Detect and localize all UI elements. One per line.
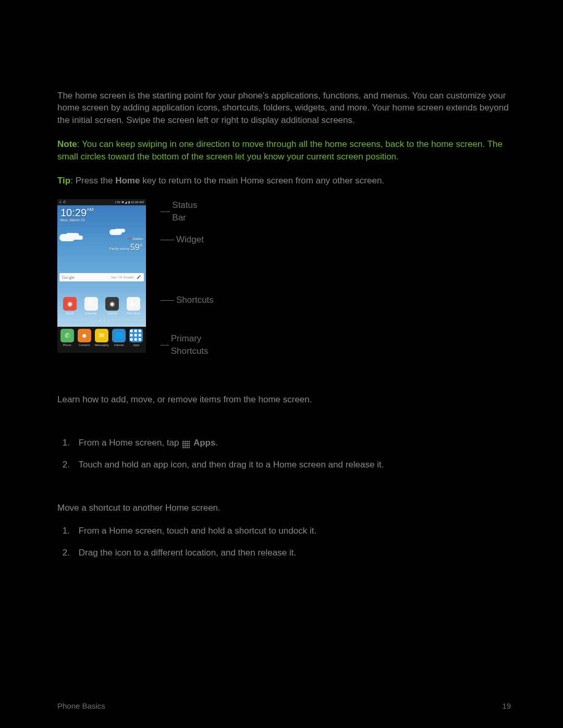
callout-label: Primary Shortcuts — [171, 332, 214, 357]
svg-rect-22 — [185, 447, 186, 448]
app-label: Camera — [103, 312, 121, 316]
svg-rect-20 — [189, 445, 190, 447]
svg-rect-23 — [187, 447, 188, 448]
move-intro: Move a shortcut to another Home screen. — [57, 502, 511, 514]
tip-block: Tip: Press the Home key to return to the… — [57, 175, 511, 187]
app-calendar: 31Calendar — [82, 297, 101, 316]
dock-contacts: ☻Contacts — [76, 329, 93, 348]
status-bar: ≡ ⏱ LTE ✱ ◢ ▮ 10:29 AM — [57, 199, 146, 205]
move-shortcuts-steps: 1. From a Home screen, touch and hold a … — [57, 525, 511, 559]
email-icon: ◉ — [63, 297, 77, 311]
svg-rect-13 — [182, 443, 184, 445]
heading-add-shortcuts: Add Shortcuts to the Home Screen — [57, 417, 511, 430]
google-logo: Google — [62, 275, 75, 280]
clock-ampm: AM — [87, 207, 94, 212]
callout-label: Status Bar — [172, 199, 201, 224]
svg-rect-12 — [189, 441, 190, 442]
footer-page-number: 19 — [502, 700, 511, 711]
phone-icon: ✆ — [60, 329, 74, 342]
svg-rect-5 — [139, 334, 141, 337]
svg-rect-6 — [130, 338, 133, 341]
app-email: ◉Email — [60, 297, 79, 316]
footer-section: Phone Basics — [57, 700, 105, 711]
svg-rect-7 — [134, 338, 137, 341]
dock-apps: Apps — [128, 329, 145, 348]
dock-label: Apps — [128, 343, 145, 348]
svg-rect-24 — [189, 447, 190, 448]
status-left-icons: ≡ ⏱ — [59, 200, 67, 204]
heading-move-shortcuts: Move Shortcuts — [57, 483, 511, 496]
cloud-graphic — [59, 234, 75, 241]
svg-rect-11 — [187, 441, 188, 442]
messaging-icon: ✉ — [95, 329, 108, 342]
dock-messaging: ✉Messaging — [93, 329, 110, 348]
callout-widget: Widget — [161, 233, 204, 246]
contacts-icon: ☻ — [78, 329, 91, 342]
app-label: Calendar — [82, 312, 101, 316]
primary-shortcut-dock: ✆Phone ☻Contacts ✉Messaging 🌐Internet Ap… — [57, 327, 146, 353]
cloud-graphic — [109, 229, 122, 235]
weather-location: Dallas — [133, 237, 143, 241]
mic-icon: 🎤 — [137, 275, 141, 280]
svg-rect-19 — [187, 445, 188, 447]
step-2: 2. Touch and hold an app icon, and then … — [76, 459, 511, 471]
callout-shortcuts: Shortcuts — [161, 294, 214, 306]
svg-rect-15 — [187, 443, 188, 445]
svg-rect-17 — [182, 445, 184, 447]
dock-label: Contacts — [76, 343, 93, 348]
camera-icon: ◉ — [105, 297, 119, 311]
svg-rect-18 — [185, 445, 186, 447]
page-indicator — [57, 320, 146, 322]
apps-label: Apps — [193, 438, 216, 448]
status-time: 10:29 AM — [131, 201, 144, 204]
svg-rect-10 — [185, 441, 186, 442]
shortcut-row: ◉Email 31Calendar ◉Camera ▶Play Store — [57, 297, 146, 316]
svg-rect-16 — [189, 443, 190, 445]
intro-paragraph: The home screen is the starting point fo… — [57, 90, 511, 127]
step-text: From a Home screen, tap — [79, 438, 179, 448]
svg-rect-4 — [134, 334, 137, 337]
note-text: : You can keep swiping in one direction … — [57, 139, 503, 162]
svg-rect-0 — [130, 330, 133, 332]
note-label: Note — [57, 139, 77, 149]
svg-rect-9 — [182, 441, 184, 442]
status-net: LTE — [115, 201, 120, 204]
apps-grid-icon — [182, 439, 190, 447]
internet-icon: 🌐 — [112, 329, 126, 342]
status-right: LTE ✱ ◢ ▮ 10:29 AM — [115, 200, 144, 204]
add-shortcuts-steps: 1. From a Home screen, tap Apps. 2. Touc… — [57, 437, 511, 471]
app-label: Email — [60, 312, 79, 316]
step-2: 2. Drag the icon to a different location… — [76, 547, 511, 559]
page-footer: Phone Basics 19 — [57, 700, 511, 711]
callout-primary-shortcuts: Primary Shortcuts — [161, 332, 214, 357]
heading-home-screen: Home Screen — [57, 63, 511, 80]
clock-time: 10:29 — [60, 207, 87, 218]
calendar-icon: 31 — [84, 297, 98, 311]
heading-customize: Customize the Home Screen — [57, 372, 511, 386]
step-1: 1. From a Home screen, tap Apps. — [76, 437, 511, 449]
weather-cond: Partly sunny — [109, 247, 129, 251]
google-search-bar: Google Say "Ok Google" 🎤 — [59, 273, 144, 281]
clock-date: Mon, March 23 — [60, 218, 143, 223]
callout-status-bar: Status Bar — [161, 199, 201, 224]
step-1: 1. From a Home screen, touch and hold a … — [76, 525, 511, 537]
wallpaper-widget-area: 10:29AM Mon, March 23 📍 Dallas Partly su… — [57, 205, 146, 327]
svg-rect-1 — [134, 330, 137, 332]
svg-rect-2 — [139, 330, 141, 332]
step-text: . — [215, 438, 218, 448]
svg-rect-14 — [185, 443, 186, 445]
svg-rect-21 — [182, 447, 184, 448]
callout-label: Widget — [176, 233, 204, 246]
dock-internet: 🌐Internet — [111, 329, 128, 348]
tip-text-b: key to return to the main Home screen fr… — [140, 176, 384, 186]
step-text: Drag the icon to a different location, a… — [79, 548, 296, 558]
apps-icon — [129, 329, 143, 342]
tip-label: Tip — [57, 176, 70, 186]
figure-home-screen: ≡ ⏱ LTE ✱ ◢ ▮ 10:29 AM 10:29AM Mon, Marc… — [57, 199, 511, 353]
app-label: Play Store — [124, 312, 143, 316]
note-block: Note: You can keep swiping in one direct… — [57, 138, 511, 163]
dock-phone: ✆Phone — [58, 329, 76, 348]
play-store-icon: ▶ — [127, 297, 140, 311]
step-text: Touch and hold an app icon, and then dra… — [78, 460, 384, 470]
callout-label: Shortcuts — [176, 294, 214, 306]
